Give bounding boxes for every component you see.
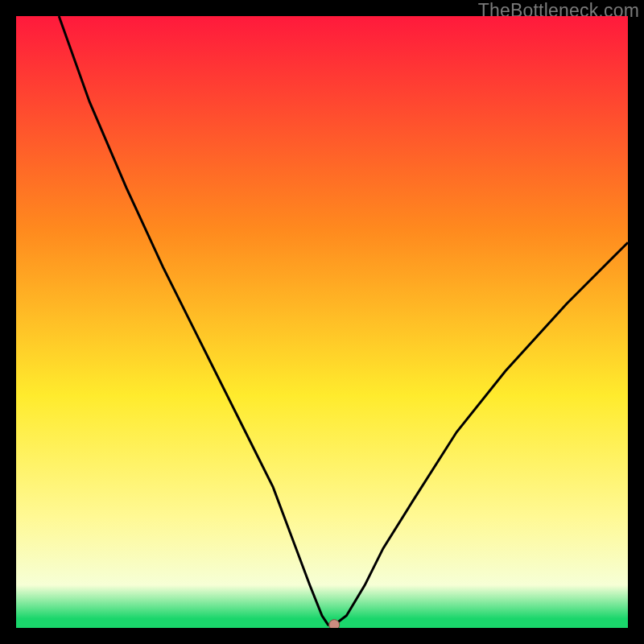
plot-area [16, 16, 628, 628]
gradient-background [16, 16, 628, 628]
chart-frame: TheBottleneck.com [0, 0, 644, 644]
plot-svg [16, 16, 628, 628]
optimum-marker [329, 620, 340, 628]
